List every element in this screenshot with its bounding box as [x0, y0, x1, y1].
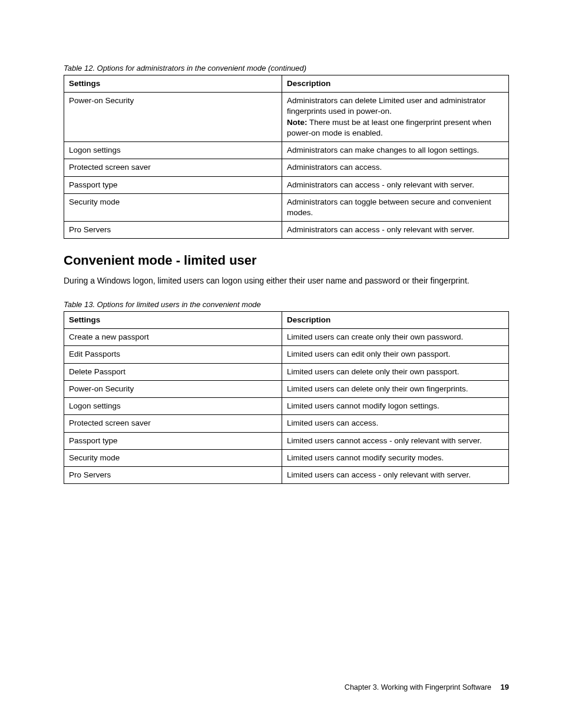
table-cell-setting: Logon settings [64, 142, 282, 159]
table-cell-description: Administrators can make changes to all l… [282, 142, 508, 159]
table-cell-setting: Security mode [64, 193, 282, 221]
table-row: Power-on Security Limited users can dele… [64, 380, 509, 397]
table-cell-setting: Edit Passports [64, 346, 282, 363]
table-cell-description: Limited users can access. [282, 415, 508, 432]
table-row: Delete Passport Limited users can delete… [64, 363, 509, 380]
table-row: Security mode Administrators can toggle … [64, 193, 509, 221]
table12-header-settings: Settings [64, 75, 282, 93]
table-cell-setting: Pro Servers [64, 222, 282, 239]
table-cell-setting: Power-on Security [64, 93, 282, 142]
table-row: Create a new passport Limited users can … [64, 329, 509, 346]
table-cell-description: Administrators can delete Limited user a… [282, 93, 508, 142]
table12: Settings Description Power-on Security A… [64, 75, 509, 239]
table-cell-description: Administrators can access. [282, 159, 508, 176]
table-cell-description: Limited users cannot access - only relev… [282, 432, 508, 449]
footer-chapter: Chapter 3. Working with Fingerprint Soft… [345, 683, 491, 691]
table-cell-description: Limited users can delete only their own … [282, 363, 508, 380]
table13-caption: Table 13. Options for limited users in t… [64, 300, 509, 309]
table-cell-description: Limited users can edit only their own pa… [282, 346, 508, 363]
section-paragraph: During a Windows logon, limited users ca… [64, 275, 509, 287]
table13: Settings Description Create a new passpo… [64, 311, 509, 484]
table13-header-settings: Settings [64, 312, 282, 329]
note-label: Note: [287, 118, 308, 127]
table12-caption: Table 12. Options for administrators in … [64, 64, 509, 73]
table-cell-description: Administrators can access - only relevan… [282, 176, 508, 193]
desc-post: There must be at least one fingerprint p… [287, 118, 491, 137]
table-cell-description: Limited users can create only their own … [282, 329, 508, 346]
table-row: Pro Servers Limited users can access - o… [64, 466, 509, 483]
table-cell-description: Limited users cannot modify security mod… [282, 449, 508, 466]
table-cell-description: Administrators can access - only relevan… [282, 222, 508, 239]
table-row: Security mode Limited users cannot modif… [64, 449, 509, 466]
table-cell-setting: Delete Passport [64, 363, 282, 380]
table-cell-setting: Power-on Security [64, 380, 282, 397]
table-row: Edit Passports Limited users can edit on… [64, 346, 509, 363]
footer-page-number: 19 [501, 683, 509, 691]
table-cell-setting: Passport type [64, 176, 282, 193]
table-row: Logon settings Limited users cannot modi… [64, 398, 509, 415]
table-cell-setting: Logon settings [64, 398, 282, 415]
table-row: Passport type Administrators can access … [64, 176, 509, 193]
section-heading: Convenient mode - limited user [64, 253, 509, 268]
table-row: Pro Servers Administrators can access - … [64, 222, 509, 239]
table-cell-setting: Protected screen saver [64, 159, 282, 176]
table-row: Passport type Limited users cannot acces… [64, 432, 509, 449]
table-cell-setting: Protected screen saver [64, 415, 282, 432]
table-cell-description: Administrators can toggle between secure… [282, 193, 508, 221]
desc-pre: Administrators can delete Limited user a… [287, 96, 486, 116]
table-cell-setting: Pro Servers [64, 466, 282, 483]
table-cell-setting: Passport type [64, 432, 282, 449]
table12-header-description: Description [282, 75, 508, 93]
table13-header-description: Description [282, 312, 508, 329]
table-cell-description: Limited users cannot modify logon settin… [282, 398, 508, 415]
table-cell-description: Limited users can delete only their own … [282, 380, 508, 397]
table-row: Protected screen saver Limited users can… [64, 415, 509, 432]
table-cell-setting: Security mode [64, 449, 282, 466]
table-row: Power-on Security Administrators can del… [64, 93, 509, 142]
table-row: Logon settings Administrators can make c… [64, 142, 509, 159]
table-cell-setting: Create a new passport [64, 329, 282, 346]
table-row: Protected screen saver Administrators ca… [64, 159, 509, 176]
table-cell-description: Limited users can access - only relevant… [282, 466, 508, 483]
page-footer: Chapter 3. Working with Fingerprint Soft… [345, 683, 509, 691]
